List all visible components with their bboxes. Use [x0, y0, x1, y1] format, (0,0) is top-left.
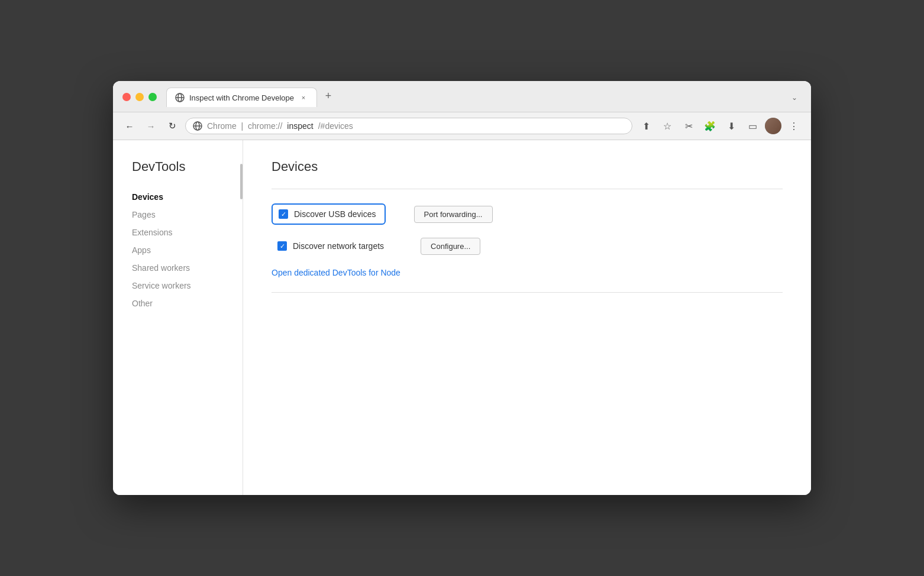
share-button[interactable]: ⬆	[637, 117, 655, 135]
maximize-window-button[interactable]	[148, 93, 157, 101]
more-menu-button[interactable]: ⋮	[785, 117, 803, 135]
usb-option-row: ✓ Discover USB devices Port forwarding..…	[272, 203, 783, 225]
port-forwarding-button[interactable]: Port forwarding...	[414, 206, 493, 223]
browser-window: Inspect with Chrome Develope × + ⌄ ← → ↻	[113, 81, 811, 495]
configure-button[interactable]: Configure...	[421, 238, 480, 255]
discover-usb-text: Discover USB devices	[294, 209, 376, 219]
tab-title: Inspect with Chrome Develope	[189, 93, 294, 102]
back-button[interactable]: ←	[121, 118, 138, 134]
address-domain: Chrome | chrome://	[207, 121, 282, 131]
devtools-node-link[interactable]: Open dedicated DevTools for Node	[272, 268, 400, 277]
sidebar-item-other[interactable]: Other	[132, 295, 243, 312]
top-divider	[272, 189, 783, 189]
tab-list-button[interactable]: ⌄	[787, 90, 802, 105]
sidebar-nav: Devices Pages Extensions Apps Shared wor…	[132, 189, 243, 312]
scissors-button[interactable]: ✂	[680, 117, 697, 135]
nav-actions: ⬆ ☆ ✂ 🧩 ⬇ ▭ ⋮	[637, 117, 803, 135]
avatar-image	[765, 118, 781, 134]
discover-usb-checkbox[interactable]: ✓	[279, 209, 288, 219]
address-path: inspect	[287, 121, 313, 131]
close-window-button[interactable]	[122, 93, 131, 101]
tab-close-button[interactable]: ×	[299, 93, 308, 102]
address-bar[interactable]: Chrome | chrome://inspect/#devices	[185, 118, 632, 134]
address-hash: /#devices	[318, 121, 353, 131]
main-content: Devices ✓ Discover USB devices Port forw…	[243, 140, 811, 495]
page-content: DevTools Devices Pages Extensions Apps S…	[113, 140, 811, 495]
bookmark-button[interactable]: ☆	[658, 117, 676, 135]
sidebar-title: DevTools	[132, 159, 243, 174]
downloads-button[interactable]: ⬇	[722, 117, 740, 135]
tabs-right: ⌄	[787, 90, 802, 105]
extensions-button[interactable]: 🧩	[701, 117, 719, 135]
page-title: Devices	[272, 159, 783, 174]
sidebar-item-shared-workers[interactable]: Shared workers	[132, 260, 243, 276]
globe-icon	[175, 93, 185, 102]
options-section: ✓ Discover USB devices Port forwarding..…	[272, 203, 783, 278]
minimize-window-button[interactable]	[135, 93, 144, 101]
title-bar: Inspect with Chrome Develope × + ⌄	[113, 81, 811, 112]
discover-network-checkbox[interactable]: ✓	[277, 241, 287, 251]
network-option-row: ✓ Discover network targets Configure...	[272, 237, 783, 255]
sidebar-toggle-button[interactable]: ▭	[744, 117, 761, 135]
forward-button[interactable]: →	[143, 118, 159, 134]
avatar[interactable]	[765, 118, 781, 134]
new-tab-button[interactable]: +	[319, 87, 337, 105]
sidebar: DevTools Devices Pages Extensions Apps S…	[113, 140, 243, 495]
sidebar-item-service-workers[interactable]: Service workers	[132, 277, 243, 294]
sidebar-item-devices[interactable]: Devices	[132, 189, 243, 205]
nav-bar: ← → ↻ Chrome | chrome://inspect/#devices…	[113, 112, 811, 140]
active-tab[interactable]: Inspect with Chrome Develope ×	[166, 88, 317, 107]
checkmark-icon-2: ✓	[280, 243, 285, 250]
sidebar-item-extensions[interactable]: Extensions	[132, 224, 243, 241]
reload-button[interactable]: ↻	[164, 118, 180, 134]
bottom-divider	[272, 292, 783, 293]
sidebar-item-pages[interactable]: Pages	[132, 206, 243, 223]
discover-network-text: Discover network targets	[293, 241, 384, 251]
discover-usb-label[interactable]: ✓ Discover USB devices	[272, 203, 386, 225]
sidebar-scrollbar	[240, 164, 243, 199]
traffic-lights	[122, 93, 157, 101]
tabs-row: Inspect with Chrome Develope × + ⌄	[166, 87, 802, 107]
devtools-node-row: Open dedicated DevTools for Node	[272, 267, 783, 278]
discover-network-label[interactable]: ✓ Discover network targets	[272, 237, 392, 255]
address-globe-icon	[193, 121, 202, 131]
sidebar-item-apps[interactable]: Apps	[132, 242, 243, 258]
checkmark-icon: ✓	[281, 211, 286, 218]
